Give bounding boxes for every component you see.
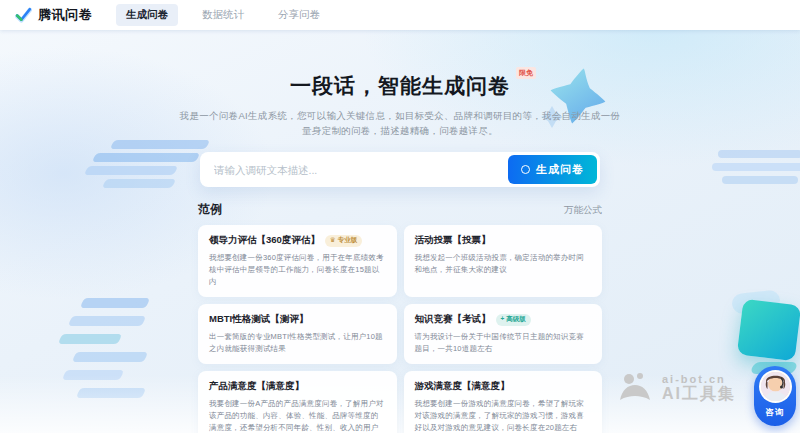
- tab-data-statistics[interactable]: 数据统计: [192, 4, 254, 26]
- survey-generate-bar: 生成问卷: [200, 152, 600, 187]
- examples-grid: 领导力评估【360度评估】 ♛专业版 我想要创建一份360度评估问卷，用于在年底…: [198, 225, 602, 433]
- decorative-bars-left: [86, 140, 208, 192]
- hero-description: 我是一个问卷AI生成系统，您可以输入关键信息，如目标受众、品牌和调研目的等，我会…: [0, 108, 800, 138]
- universal-formula-link[interactable]: 万能公式: [564, 204, 602, 217]
- card-leadership-evaluation[interactable]: 领导力评估【360度评估】 ♛专业版 我想要创建一份360度评估问卷，用于在年底…: [198, 225, 397, 297]
- card-title: 游戏满意度【满意度】: [415, 380, 510, 393]
- hero-description-line2: 量身定制的问卷，描述越精确，问卷越详尽。: [0, 123, 800, 138]
- card-body: 我想发起一个班级活动投票，确定活动的举办时间和地点，并征集大家的建议: [415, 252, 592, 276]
- examples-heading: 范例: [198, 201, 222, 218]
- card-title: MBTI性格测试【测评】: [209, 313, 308, 326]
- promo-badge: 限免: [516, 67, 536, 79]
- card-body: 我想要创建一份游戏的满意度问卷，希望了解玩家对该游戏的满意度，了解玩家的游戏习惯…: [415, 398, 592, 433]
- card-title: 领导力评估【360度评估】: [209, 234, 320, 247]
- nav-tabs: 生成问卷 数据统计 分享问卷: [116, 4, 330, 26]
- card-body: 我想要创建一份360度评估问卷，用于在年底绩效考核中评估中层领导的工作能力，问卷…: [209, 252, 386, 288]
- page: 腾讯问卷 生成问卷 数据统计 分享问卷 一段话，智能生成问卷限免 我是一个问卷A…: [0, 0, 800, 433]
- card-knowledge-quiz[interactable]: 知识竞赛【考试】 +高级版 请为我设计一份关于中国传统节日主题的知识竞赛题目，一…: [404, 304, 603, 364]
- generate-button-label: 生成问卷: [536, 162, 584, 177]
- tab-generate-survey[interactable]: 生成问卷: [116, 4, 178, 26]
- consult-avatar: [759, 370, 792, 403]
- generate-survey-button[interactable]: 生成问卷: [508, 155, 597, 184]
- brand[interactable]: 腾讯问卷: [15, 6, 92, 24]
- card-title: 产品满意度【满意度】: [209, 380, 304, 393]
- consult-widget[interactable]: 咨询: [754, 366, 796, 426]
- card-body: 请为我设计一份关于中国传统节日主题的知识竞赛题目，一共10道题左右: [415, 331, 592, 355]
- card-product-satisfaction[interactable]: 产品满意度【满意度】 我要创建一份A产品的产品满意度问卷，了解用户对该产品的功能…: [198, 371, 397, 433]
- watermark: ai-bot.cn AI工具集: [616, 372, 736, 404]
- card-activity-vote[interactable]: 活动投票【投票】 我想发起一个班级活动投票，确定活动的举办时间和地点，并征集大家…: [404, 225, 603, 297]
- brand-logo-icon: [15, 7, 32, 24]
- pro-version-badge: ♛专业版: [325, 235, 362, 247]
- hero-description-line1: 我是一个问卷AI生成系统，您可以输入关键信息，如目标受众、品牌和调研目的等，我会…: [0, 108, 800, 123]
- examples-header: 范例 万能公式: [198, 201, 602, 218]
- consult-label: 咨询: [766, 407, 785, 419]
- decorative-bars-right: [712, 150, 800, 189]
- tab-share-survey[interactable]: 分享问卷: [268, 4, 330, 26]
- robot-logo-icon: [616, 372, 654, 404]
- card-game-satisfaction[interactable]: 游戏满意度【满意度】 我想要创建一份游戏的满意度问卷，希望了解玩家对该游戏的满意…: [404, 371, 603, 433]
- decorative-bars-bottom-left: [60, 298, 148, 406]
- advanced-version-badge: +高级版: [496, 314, 531, 326]
- watermark-title: AI工具集: [662, 385, 736, 403]
- watermark-text: ai-bot.cn AI工具集: [662, 373, 736, 403]
- crown-icon: ♛: [330, 237, 336, 244]
- survey-description-input[interactable]: [203, 164, 508, 176]
- generate-icon: [521, 165, 530, 174]
- card-title: 活动投票【投票】: [415, 234, 491, 247]
- card-body: 我要创建一份A产品的产品满意度问卷，了解用户对该产品的功能、内容、体验、性能、品…: [209, 398, 386, 433]
- hero-section: 一段话，智能生成问卷限免 我是一个问卷AI生成系统，您可以输入关键信息，如目标受…: [0, 72, 800, 138]
- page-title: 一段话，智能生成问卷限免: [290, 72, 510, 100]
- card-mbti-test[interactable]: MBTI性格测试【测评】 出一套简版的专业MBTI性格类型测试，让用户10题之内…: [198, 304, 397, 364]
- top-navbar: 腾讯问卷 生成问卷 数据统计 分享问卷: [0, 0, 800, 30]
- brand-name: 腾讯问卷: [38, 6, 92, 24]
- decorative-teal-cube: [737, 299, 800, 362]
- plus-icon: +: [501, 316, 505, 323]
- examples-section: 范例 万能公式 领导力评估【360度评估】 ♛专业版 我想要创建一份360度评估…: [198, 201, 602, 433]
- watermark-domain: ai-bot.cn: [662, 373, 736, 385]
- card-title: 知识竞赛【考试】: [415, 313, 491, 326]
- decorative-cube-highlight: [731, 290, 781, 315]
- card-body: 出一套简版的专业MBTI性格类型测试，让用户10题之内就能获得测试结果: [209, 331, 386, 355]
